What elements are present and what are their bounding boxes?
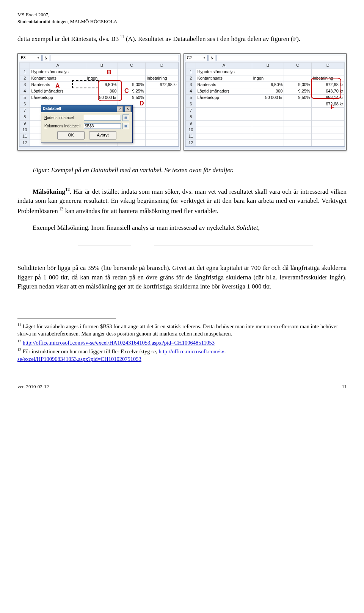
col-header[interactable]: C <box>284 63 311 69</box>
intro-text-b: (A). Resultatet av Datatabellen ses i de… <box>124 35 301 42</box>
doc-header: MS Excel 2007, Studentdatorutbildningen,… <box>17 11 347 25</box>
collapse-icon[interactable]: ▦ <box>122 123 129 129</box>
heading-goalseek: Målsökning <box>33 188 65 195</box>
example-label: Exempel Målsökning <box>33 224 88 231</box>
col-header[interactable]: D <box>145 63 178 69</box>
footnote-11: 11 Läget för variabeln anges i formen $B… <box>17 322 347 338</box>
row-input[interactable] <box>84 115 121 121</box>
blank-short <box>78 240 131 246</box>
name-box-value: B3 <box>21 55 25 61</box>
keyword-soliditet: Soliditet <box>237 224 258 231</box>
dropdown-icon: ▼ <box>203 55 206 61</box>
footnotes: 11 Läget för variabeln anges i formen $B… <box>17 322 347 363</box>
body-paragraph-goalseek: Målsökning12. Här är det istället indata… <box>17 187 347 216</box>
footnote-12: 12 http://office.microsoft.com/sv-se/exc… <box>17 339 347 346</box>
dialog-title: Datatabell <box>43 106 61 112</box>
name-box-left[interactable]: B3 ▼ <box>19 55 42 61</box>
footnote-separator <box>17 318 116 318</box>
footnote-ref-12: 12 <box>65 187 70 192</box>
footnote-13-link-b[interactable]: se/excel/HP100968341053.aspx?pid=CH10102… <box>17 356 141 362</box>
name-box-right[interactable]: C2 ▼ <box>185 55 208 61</box>
row-input-label: Radens indatacell: <box>44 115 82 121</box>
body-paragraph-soliditet: Soliditeten bör ligga på ca 35% (lite be… <box>17 263 347 292</box>
formula-bar-right: C2 ▼ fx <box>185 55 345 61</box>
grid-right[interactable]: A B C D 1Hypotekslåneanalys 2Kontantinsa… <box>185 62 345 146</box>
fx-icon[interactable]: fx <box>209 55 215 61</box>
excel-panel-left: B3 ▼ fx A B C D 1Hypotekslåneanalys 2Kon… <box>17 53 180 151</box>
datatable-dialog: Datatabell ? X Radens indatacell: ▦ Kolu… <box>41 105 133 143</box>
blank-formula-lines <box>78 240 347 246</box>
dialog-body: Radens indatacell: ▦ Kolumnens indatacel… <box>41 112 132 143</box>
col-header[interactable]: A <box>30 63 86 69</box>
cancel-button[interactable]: Avbryt <box>89 131 116 140</box>
figure-datatable: B3 ▼ fx A B C D 1Hypotekslåneanalys 2Kon… <box>17 53 347 151</box>
collapse-icon[interactable]: ▦ <box>122 114 129 121</box>
formula-input-right[interactable] <box>216 55 345 61</box>
worksheet-right: A B C D 1Hypotekslåneanalys 2Kontantinsa… <box>185 62 345 146</box>
footnote-13-link-a[interactable]: http://office.microsoft.com/sv- <box>159 348 226 354</box>
name-box-value: C2 <box>187 55 192 61</box>
ok-button[interactable]: OK <box>57 131 85 140</box>
footnote-13: 13 För instruktioner om hur man lägger t… <box>17 347 347 363</box>
formula-input-left[interactable] <box>50 55 179 61</box>
intro-paragraph: detta exempel är det Räntesats, dvs. B3 … <box>17 34 347 44</box>
page-footer: ver. 2010-02-12 11 <box>17 383 347 390</box>
col-header[interactable]: B <box>252 63 284 69</box>
version-text: ver. 2010-02-12 <box>17 383 49 390</box>
body-text: kan användas för att hantera målsökning … <box>64 207 219 215</box>
col-input[interactable]: $B$3 <box>84 123 121 129</box>
page-number: 11 <box>342 383 347 390</box>
footnote-12-link[interactable]: http://office.microsoft.com/sv-se/excel/… <box>23 340 215 346</box>
col-header[interactable]: B <box>86 63 118 69</box>
body-text: . Inom finansiell analys är man intresse… <box>88 224 237 231</box>
figure-caption: Figur: Exempel på en Datatabell med en v… <box>33 166 347 175</box>
intro-text-a: detta exempel är det Räntesats, dvs. B3 <box>17 35 119 42</box>
dropdown-icon: ▼ <box>37 55 40 61</box>
formula-bar-left: B3 ▼ fx <box>19 55 179 61</box>
doc-header-line1: MS Excel 2007, <box>17 11 347 18</box>
body-paragraph-example: Exempel Målsökning. Inom finansiell anal… <box>17 223 347 233</box>
doc-header-line2: Studentdatorutbildningen, MALMÖ HÖGSKOLA <box>17 18 347 25</box>
dialog-titlebar[interactable]: Datatabell ? X <box>41 105 132 112</box>
dialog-help-button[interactable]: ? <box>117 106 123 112</box>
col-header[interactable]: D <box>311 63 344 69</box>
fx-icon[interactable]: fx <box>42 55 49 61</box>
dialog-close-button[interactable]: X <box>125 106 131 112</box>
col-header[interactable]: A <box>196 63 252 69</box>
excel-panel-right: C2 ▼ fx A B C D 1Hypotekslåneanalys 2Kon… <box>184 53 347 151</box>
footnote-ref-13: 13 <box>58 206 64 212</box>
footnote-ref-11: 11 <box>119 34 124 39</box>
col-header[interactable]: C <box>118 63 145 69</box>
col-input-label: Kolumnens indatacell: <box>44 124 82 129</box>
blank-long <box>154 240 313 246</box>
